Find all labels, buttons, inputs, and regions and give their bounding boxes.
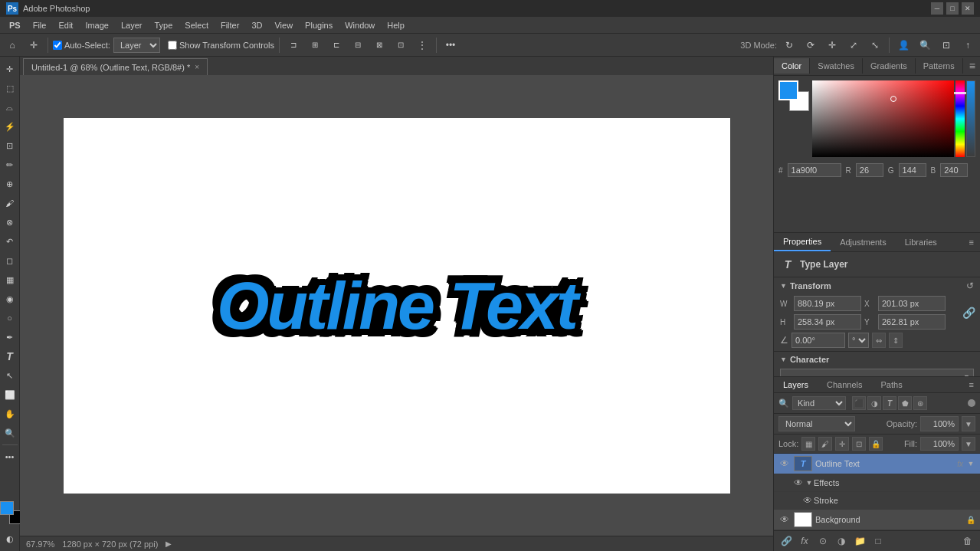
font-dropdown[interactable]: ▼ (780, 369, 974, 376)
lock-position-btn[interactable]: ✛ (835, 437, 849, 451)
x-input[interactable] (878, 296, 946, 311)
menu-item-image[interactable]: Image (79, 19, 115, 31)
fg-bg-selector[interactable] (778, 80, 809, 111)
menu-item-ps[interactable]: PS (3, 19, 27, 31)
distribute-btn[interactable]: ⋮ (413, 36, 431, 54)
opacity-arrow-btn[interactable]: ▼ (962, 416, 975, 431)
shape-filter-btn[interactable]: ⬟ (898, 396, 912, 410)
magic-wand-tool[interactable]: ⚡ (1, 117, 19, 136)
menu-item-3d[interactable]: 3D (245, 19, 268, 31)
arrow-btn[interactable]: ▶ (166, 540, 172, 548)
r-input[interactable] (856, 163, 883, 177)
g-input[interactable] (899, 163, 926, 177)
stroke-eye[interactable]: 👁 (801, 494, 814, 507)
crop-tool[interactable]: ⊡ (1, 136, 19, 155)
hand-tool[interactable]: ✋ (1, 405, 19, 423)
align-bottom-btn[interactable]: ⊡ (392, 36, 410, 54)
type-tool[interactable]: T (1, 347, 19, 366)
bg-visibility-eye[interactable]: 👁 (778, 513, 791, 526)
more-tools-btn[interactable]: ••• (1, 448, 19, 466)
tab-adjustments[interactable]: Adjustments (831, 234, 896, 251)
history-brush-tool[interactable]: ↶ (1, 232, 19, 251)
menu-item-layer[interactable]: Layer (115, 19, 149, 31)
move-tool[interactable]: ✛ (1, 60, 19, 78)
home-button[interactable]: ⌂ (3, 36, 21, 54)
show-transform-checkbox[interactable] (168, 41, 177, 50)
pixel-filter-btn[interactable]: ⬛ (852, 396, 866, 410)
prop-panel-menu[interactable]: ≡ (963, 235, 980, 250)
layer-item-background[interactable]: 👁 Background 🔒 (774, 510, 980, 530)
pen-tool[interactable]: ✒ (1, 328, 19, 346)
rotate-3d-btn[interactable]: ↻ (780, 36, 798, 54)
angle-input[interactable] (792, 333, 845, 348)
eraser-tool[interactable]: ◻ (1, 251, 19, 270)
hex-input[interactable] (788, 163, 841, 177)
minimize-button[interactable]: ─ (931, 2, 943, 15)
scale-3d-btn[interactable]: ⤡ (866, 36, 884, 54)
new-layer-btn[interactable]: □ (870, 533, 886, 549)
brush-tool[interactable]: 🖌 (1, 194, 19, 212)
tab-color[interactable]: Color (774, 58, 810, 74)
new-group-btn[interactable]: 📁 (852, 533, 867, 549)
lock-artboard-btn[interactable]: ⊡ (852, 437, 866, 451)
blur-tool[interactable]: ◉ (1, 290, 19, 308)
menu-item-filter[interactable]: Filter (215, 19, 245, 31)
close-button[interactable]: ✕ (962, 2, 974, 15)
layer-visibility-eye[interactable]: 👁 (778, 458, 791, 470)
tab-close-btn[interactable]: × (195, 63, 199, 71)
menu-item-plugins[interactable]: Plugins (299, 19, 339, 31)
tab-libraries[interactable]: Libraries (896, 234, 946, 251)
effects-expand[interactable]: ▼ (805, 478, 814, 487)
zoom-tool[interactable]: 🔍 (1, 424, 19, 442)
menu-item-edit[interactable]: Edit (52, 19, 79, 31)
menu-item-window[interactable]: Window (339, 19, 381, 31)
new-adjustment-btn[interactable]: ◑ (834, 533, 849, 549)
panel-menu-btn[interactable]: ≡ (963, 57, 980, 75)
roll-3d-btn[interactable]: ⟳ (801, 36, 820, 54)
effects-eye[interactable]: 👁 (792, 477, 805, 489)
fill-arrow-btn[interactable]: ▼ (962, 437, 975, 451)
pan-3d-btn[interactable]: ✛ (823, 36, 841, 54)
auto-select-checkbox-label[interactable]: Auto-Select: (53, 41, 110, 50)
share-btn[interactable]: ↑ (959, 36, 977, 54)
show-transform-label[interactable]: Show Transform Controls (168, 41, 274, 50)
character-header[interactable]: ▼ Character (780, 355, 974, 364)
tab-layers[interactable]: Layers (774, 377, 818, 392)
link-wh-icon[interactable]: 🔗 (963, 302, 974, 323)
quick-mask-btn[interactable]: ◐ (1, 530, 19, 548)
more-options-btn[interactable]: ••• (441, 36, 460, 54)
transform-header[interactable]: ▼ Transform ↺ (780, 280, 974, 291)
flip-h-btn[interactable]: ⇔ (872, 333, 886, 348)
slide-3d-btn[interactable]: ⤢ (844, 36, 863, 54)
lock-all-btn[interactable]: 🔒 (869, 437, 883, 451)
align-top-btn[interactable]: ⊟ (349, 36, 367, 54)
lock-image-btn[interactable]: 🖌 (818, 437, 832, 451)
layer-item-outline-text[interactable]: 👁 T Outline Text fx ▼ (774, 454, 980, 474)
fill-input[interactable] (920, 437, 959, 451)
healing-brush-tool[interactable]: ⊕ (1, 175, 19, 193)
context-btn[interactable]: 👤 (894, 36, 913, 54)
align-center-h-btn[interactable]: ⊞ (306, 36, 324, 54)
layer-item-effects[interactable]: 👁 ▼ Effects (774, 474, 980, 492)
search-btn[interactable]: 🔍 (916, 36, 934, 54)
menu-item-file[interactable]: File (27, 19, 53, 31)
shape-tool[interactable]: ⬜ (1, 385, 19, 404)
menu-item-view[interactable]: View (268, 19, 299, 31)
add-mask-btn[interactable]: ⊙ (815, 533, 831, 549)
lock-transparent-btn[interactable]: ▦ (801, 437, 815, 451)
menu-item-select[interactable]: Select (179, 19, 215, 31)
delete-layer-btn[interactable]: 🗑 (960, 533, 975, 549)
maximize-button[interactable]: □ (946, 2, 959, 15)
tab-swatches[interactable]: Swatches (810, 58, 863, 74)
align-middle-v-btn[interactable]: ⊠ (370, 36, 388, 54)
align-right-btn[interactable]: ⊏ (327, 36, 346, 54)
kind-filter[interactable]: Kind (792, 396, 846, 410)
add-style-btn[interactable]: fx (797, 533, 812, 549)
color-gradient-picker[interactable] (812, 80, 954, 157)
eyedropper-tool[interactable]: ✏ (1, 156, 19, 174)
clone-tool[interactable]: ⊗ (1, 213, 19, 231)
color-alpha-bar[interactable] (966, 80, 975, 157)
layers-panel-menu[interactable]: ≡ (963, 377, 980, 392)
menu-item-help[interactable]: Help (381, 19, 411, 31)
type-filter-btn[interactable]: T (883, 396, 896, 410)
